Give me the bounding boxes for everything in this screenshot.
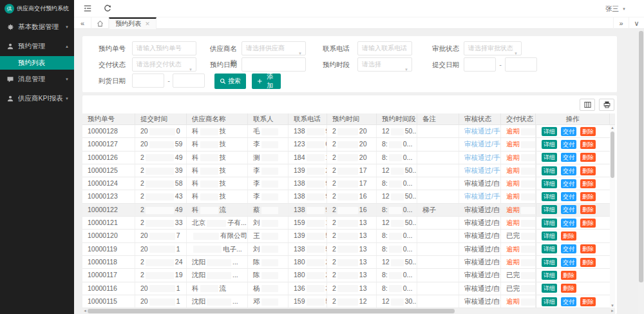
scrollbar-thumb[interactable] — [88, 309, 455, 313]
detail-button[interactable]: 详细 — [542, 231, 557, 240]
scrollbar-thumb[interactable] — [639, 31, 643, 282]
filter-columns-icon[interactable] — [580, 99, 595, 111]
deliver-button[interactable]: 交付 — [561, 192, 576, 201]
tab-close-icon[interactable]: ✕ — [145, 21, 150, 27]
detail-button[interactable]: 详细 — [542, 219, 557, 228]
redacted-text — [149, 246, 175, 253]
home-tab-icon[interactable] — [91, 17, 109, 29]
deliver-button[interactable]: 交付 — [561, 258, 576, 267]
order-no-input[interactable]: 请输入预约单号 — [132, 41, 196, 55]
cell-audit-status: 审核通过/自动 — [459, 256, 501, 268]
detail-button[interactable]: 详细 — [542, 258, 557, 267]
cell-remark — [417, 256, 459, 268]
delete-button[interactable]: 删除 — [580, 127, 596, 136]
page-scrollbar[interactable] — [638, 29, 644, 314]
delete-button[interactable]: 删除 — [580, 192, 596, 201]
add-button[interactable]: 添加 — [252, 74, 281, 89]
deliver-button[interactable]: 交付 — [561, 140, 576, 149]
detail-button[interactable]: 详细 — [542, 244, 557, 253]
delete-button[interactable]: 删除 — [580, 140, 596, 149]
detail-button[interactable]: 详细 — [542, 297, 557, 306]
deliver-button[interactable]: 交付 — [561, 127, 576, 136]
tabs-menu-icon[interactable]: ∨ — [629, 17, 644, 29]
table-row: 10000125239科技李139232171250...审核通过/手动逾期详细… — [82, 164, 610, 177]
deliver-button[interactable]: 交付 — [561, 244, 576, 253]
tabs-scroll-left-icon[interactable]: « — [74, 17, 91, 29]
redacted-text — [261, 233, 278, 240]
cell-audit-status: 审核通过/自动 — [459, 230, 501, 242]
tabs-scroll-right-icon[interactable]: » — [613, 17, 629, 29]
sidebar-item-3[interactable]: 供应商KPI报表▼ — [0, 89, 74, 108]
tab-reservation-list[interactable]: 预约列表 ✕ — [109, 17, 156, 29]
refresh-icon[interactable] — [103, 4, 113, 14]
detail-button[interactable]: 详细 — [542, 166, 557, 175]
arrival-date-end-input[interactable] — [173, 74, 205, 88]
reservation-date-input[interactable] — [242, 57, 306, 72]
redacted-text — [337, 193, 358, 201]
sidebar-item-1[interactable]: 预约管理▲ — [0, 37, 74, 56]
redacted-text — [261, 207, 278, 214]
sidebar-subitem-预约列表[interactable]: 预约列表 — [0, 56, 74, 70]
delivery-status-select[interactable]: 请选择交付状态 ▼ — [132, 57, 196, 72]
deliver-button[interactable]: 交付 — [561, 205, 576, 214]
detail-button[interactable]: 详细 — [542, 271, 557, 280]
timeslot-select[interactable]: 请选择 ▼ — [357, 57, 412, 72]
scroll-left-icon[interactable]: ◄ — [83, 308, 87, 314]
cell-supplier: 科流 — [187, 204, 248, 216]
app-window: 供 供应商交付预约系统 基本数据管理▼预约管理▲预约列表消息管理▼供应商KPI报… — [0, 0, 644, 314]
phone-input[interactable]: 请输入联系电话 — [357, 41, 412, 55]
supplier-select[interactable]: 请选择供应商 ▼ — [242, 41, 306, 55]
table-row: 10000128200科技毛138982201250...审核通过/手动逾期详细… — [82, 125, 610, 138]
scroll-right-icon[interactable]: ► — [611, 308, 614, 314]
search-button[interactable]: 搜索 — [214, 74, 246, 89]
cell-order-no: 10000121 — [82, 217, 135, 229]
delete-button[interactable]: 删除 — [580, 219, 596, 228]
scroll-down-icon[interactable]: ▼ — [610, 303, 615, 308]
delete-button[interactable]: 删除 — [580, 179, 596, 188]
deliver-button[interactable]: 交付 — [561, 153, 576, 162]
deliver-button[interactable]: 交付 — [561, 219, 576, 228]
collapse-sidebar-icon[interactable] — [83, 4, 93, 14]
delete-button[interactable]: 删除 — [580, 166, 596, 175]
delete-button[interactable]: 删除 — [580, 153, 596, 162]
detail-button[interactable]: 详细 — [542, 205, 557, 214]
cell-actions: 详细交付删除 — [536, 295, 610, 308]
delete-button[interactable]: 删除 — [580, 297, 596, 306]
detail-button[interactable]: 详细 — [542, 140, 557, 149]
submit-date-start-input[interactable] — [464, 57, 496, 72]
delete-button[interactable]: 删除 — [580, 205, 596, 214]
table-vertical-scrollbar[interactable]: ▲ ▼ — [610, 125, 615, 308]
column-header-2: 供应商名称 — [187, 113, 248, 125]
detail-button[interactable]: 详细 — [542, 192, 557, 201]
delete-button[interactable]: 删除 — [561, 231, 576, 240]
audit-status-select[interactable]: 请选择审批状态 ▼ — [464, 41, 522, 55]
redacted-text — [389, 207, 402, 214]
table-horizontal-scrollbar[interactable]: ◄ ► — [82, 308, 615, 314]
redacted-text — [521, 220, 536, 227]
detail-button[interactable]: 详细 — [542, 284, 557, 293]
cell-res-time: 216 — [327, 204, 377, 216]
cell-actions: 详细交付删除 — [536, 217, 610, 229]
redacted-text — [307, 220, 325, 227]
arrival-date-start-input[interactable] — [132, 74, 164, 88]
detail-button[interactable]: 详细 — [542, 127, 557, 136]
deliver-button[interactable]: 交付 — [561, 179, 576, 188]
sidebar-item-2[interactable]: 消息管理▼ — [0, 70, 74, 89]
sidebar-item-0[interactable]: 基本数据管理▼ — [0, 17, 74, 37]
submit-date-end-input[interactable] — [505, 57, 537, 72]
deliver-button[interactable]: 交付 — [561, 166, 576, 175]
redacted-text — [337, 220, 358, 227]
delete-button[interactable]: 删除 — [561, 271, 576, 280]
column-header-0: 预约单号 — [82, 113, 135, 125]
user-menu[interactable]: 张三 ▼ — [605, 0, 626, 17]
print-icon[interactable] — [599, 99, 614, 111]
delete-button[interactable]: 删除 — [580, 258, 596, 267]
detail-button[interactable]: 详细 — [542, 153, 557, 162]
detail-button[interactable]: 详细 — [542, 179, 557, 188]
scrollbar-thumb[interactable] — [611, 132, 614, 178]
cell-res-time: 220 — [327, 152, 377, 164]
deliver-button[interactable]: 交付 — [561, 297, 576, 306]
scroll-up-icon[interactable]: ▲ — [610, 125, 615, 130]
delete-button[interactable]: 删除 — [561, 284, 576, 293]
delete-button[interactable]: 删除 — [580, 244, 596, 253]
